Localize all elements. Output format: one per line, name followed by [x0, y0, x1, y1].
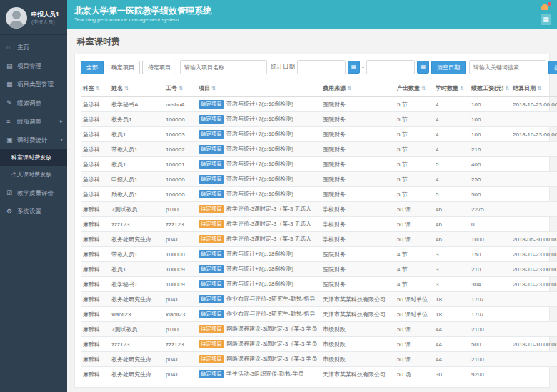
table-body: 急诊科教学秘书AmishuA确定项目带教与统计+7(p:68例检测)医院财务5 … — [81, 97, 557, 382]
calendar-icon: ▦ — [351, 64, 357, 70]
folder-icon: ▤ — [6, 56, 15, 75]
column-header-label: 姓名 — [111, 85, 123, 91]
table-row: 急诊科教员1100003确定项目带教与统计+7(p:68例检测)医院财务5 节4… — [81, 127, 557, 142]
id-cell: 100001 — [164, 157, 196, 172]
source-cell: 天津市某某科技有限公司项目 — [321, 367, 395, 382]
table-row: 急诊科申报人员1100000确定项目带教与统计+7(p:68例检测)医院财务5 … — [81, 172, 557, 187]
filter-button[interactable]: 待定项目 — [142, 61, 176, 74]
app-titles: 北京大学第一医院教学绩效管理系统 Teaching performance ma… — [67, 6, 540, 24]
date-cell — [511, 142, 557, 157]
hours-cell: 4 — [433, 142, 469, 157]
column-header[interactable]: 学时数量 ⇅ — [433, 80, 469, 97]
column-header-label: 项目 — [199, 85, 210, 91]
id-cell: 100006 — [164, 112, 196, 127]
qty-cell: 5 节 — [395, 157, 433, 172]
keyword-input[interactable] — [469, 60, 546, 74]
date-start-input[interactable] — [297, 60, 346, 74]
project-name: 教学评价-3课时定-3（某-3 无选人 — [226, 221, 312, 227]
qty-cell: 4 节 — [395, 247, 433, 262]
table-row: 急诊科带教人员1100002确定项目带教与统计+7(p:68例检测)医院财务5 … — [81, 142, 557, 157]
search-button[interactable]: 搜索 — [548, 61, 557, 74]
pay-cell: 304 — [469, 277, 511, 292]
column-header[interactable]: 产出数量 ⇅ — [395, 80, 433, 97]
project-cell: 待定项目教学评价-3课时定-3（某-3 无选人 — [196, 217, 321, 232]
date-cell — [511, 187, 557, 202]
sidebar-item-fee-stats[interactable]: ▣课时费统计▾ — [0, 131, 67, 149]
chart-icon: ☑ — [6, 184, 15, 202]
column-header[interactable]: 工号 ⇅ — [164, 80, 196, 97]
project-cell: 待定项目网络课程建设-3课时定-3（某-3 学员 — [196, 337, 321, 352]
date-cell: 2018-10-23 00:00:00 — [511, 127, 557, 142]
user-role: (申报人员) — [31, 19, 59, 25]
id-cell: xiaoli23 — [164, 307, 196, 322]
date-cell: 2018-10-23 00:00:00 — [511, 262, 557, 277]
id-cell: p041 — [164, 367, 196, 382]
source-cell: 医院财务 — [321, 187, 395, 202]
column-header[interactable]: 姓名 ⇅ — [109, 80, 164, 97]
notification-button[interactable] — [540, 4, 551, 12]
project-name: 带教与统计+7(p:68例检测) — [226, 251, 293, 257]
top-header: 北京大学第一医院教学绩效管理系统 Teaching performance ma… — [67, 0, 557, 29]
name-cell: 7测试教员 — [109, 322, 164, 337]
sidebar-item-projects[interactable]: ▤项目管理 — [0, 56, 67, 75]
calendar-end-button[interactable]: ▦ — [417, 61, 429, 74]
apps-button[interactable]: ▦ — [541, 14, 551, 25]
date-cell — [511, 172, 557, 187]
calendar-start-button[interactable]: ▦ — [348, 61, 360, 74]
hours-cell: 5 — [433, 187, 469, 202]
project-name: 带教与统计+7(p:68例检测) — [226, 266, 293, 272]
sidebar-item-project-types[interactable]: ▦项目类型管理 — [0, 75, 67, 94]
pay-cell: 100 — [469, 97, 511, 112]
pay-cell: 2100 — [469, 352, 511, 367]
sidebar-subitem[interactable]: 个人课时费发放 — [0, 166, 67, 184]
date-end-input[interactable] — [366, 60, 415, 74]
user-info: 申报人员1 (申报人员) — [31, 11, 59, 25]
column-header-label: 绩效工资(元) — [471, 85, 503, 91]
project-type-badge: 待定项目 — [199, 220, 224, 228]
qty-cell: 4 节 — [395, 262, 433, 277]
column-header[interactable]: 项目 ⇅ — [196, 80, 321, 97]
name-cell: 教务处研究生办公室A — [109, 367, 164, 382]
dept-cell: 麻醉科 — [81, 322, 109, 337]
id-cell: p041 — [164, 352, 196, 367]
sidebar-item-quality-eval[interactable]: ☑教学质量评价 — [0, 184, 67, 202]
sidebar-subitem[interactable]: 科室课时费发放 — [0, 149, 67, 166]
sidebar-item-settings[interactable]: ⚙系统设置 — [0, 202, 67, 221]
column-header[interactable]: 结算日期 ⇅ — [511, 80, 557, 97]
sidebar: 申报人员1 (申报人员) ⌂主页▤项目管理▦项目类型管理✎绩效调整≡绩项调整▸▣… — [0, 0, 67, 392]
source-cell: 医院财务 — [321, 172, 395, 187]
filter-button[interactable]: 确定项目 — [106, 61, 140, 74]
id-cell: 100003 — [164, 127, 196, 142]
column-header[interactable]: 科室 ⇅ — [81, 80, 109, 97]
id-cell: p100 — [164, 322, 196, 337]
column-header[interactable]: 绩效工资(元) ⇅ — [469, 80, 511, 97]
sort-icon: ⇅ — [96, 86, 100, 91]
pay-cell: 500 — [469, 337, 511, 352]
column-header[interactable]: 费用来源 ⇅ — [321, 80, 395, 97]
table-header-row: 科室 ⇅姓名 ⇅工号 ⇅项目 ⇅费用来源 ⇅产出数量 ⇅学时数量 ⇅绩效工资(元… — [81, 80, 557, 97]
pay-cell: 500 — [469, 187, 511, 202]
dept-cell: 麻醉科 — [81, 307, 109, 322]
project-name-input[interactable] — [180, 60, 267, 74]
project-type-badge: 确定项目 — [199, 130, 224, 139]
column-header-label: 产出数量 — [397, 85, 420, 91]
project-type-badge: 待定项目 — [199, 340, 224, 348]
hours-cell: 46 — [433, 217, 469, 232]
clear-date-button[interactable]: 清空日期 — [431, 61, 466, 74]
project-cell: 待定项目网络课程建设-3课时定-3（某-3 学员 — [196, 322, 321, 337]
user-profile[interactable]: 申报人员1 (申报人员) — [0, 0, 67, 35]
project-type-badge: 待定项目 — [199, 355, 224, 363]
qty-cell: 4 节 — [395, 277, 433, 292]
date-separator: - — [362, 64, 364, 71]
project-name: 带教与统计+7(p:68例检测) — [226, 161, 293, 167]
sidebar-item-item-adjust[interactable]: ≡绩项调整▸ — [0, 112, 67, 131]
sidebar-item-perf-adjust[interactable]: ✎绩效调整 — [0, 94, 67, 112]
sidebar-item-home[interactable]: ⌂主页 — [0, 38, 67, 56]
project-name: 网络课程建设-3课时定-3（某-3 学员 — [226, 356, 318, 362]
hours-cell: 44 — [433, 322, 469, 337]
project-type-badge: 确定项目 — [199, 280, 224, 288]
qty-cell: 5 节 — [395, 112, 433, 127]
project-type-badge: 确定项目 — [199, 175, 224, 184]
id-cell: 100000 — [164, 247, 196, 262]
filter-button[interactable]: 全部 — [81, 61, 104, 74]
